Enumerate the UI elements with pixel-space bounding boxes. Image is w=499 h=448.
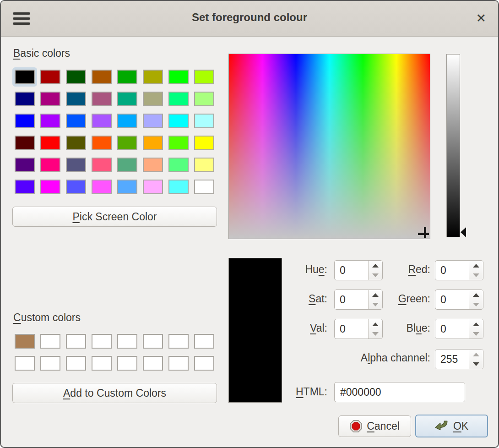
- custom-color-swatch[interactable]: [92, 356, 112, 371]
- custom-color-swatch[interactable]: [66, 356, 86, 371]
- cancel-button[interactable]: Cancel: [338, 415, 411, 437]
- custom-color-swatch[interactable]: [40, 356, 60, 371]
- custom-color-swatch[interactable]: [143, 356, 163, 371]
- basic-color-swatch[interactable]: [66, 158, 86, 172]
- custom-color-swatch[interactable]: [15, 356, 35, 371]
- basic-color-swatch[interactable]: [15, 114, 35, 128]
- alpha-decrement-button[interactable]: [469, 359, 483, 369]
- value-slider-arrow-icon[interactable]: [461, 227, 466, 237]
- custom-color-swatch[interactable]: [40, 334, 60, 349]
- basic-color-swatch[interactable]: [194, 180, 214, 194]
- hue-decrement-button[interactable]: [369, 270, 382, 280]
- basic-color-swatch[interactable]: [66, 136, 86, 150]
- basic-color-swatch[interactable]: [66, 180, 86, 194]
- basic-color-swatch[interactable]: [117, 180, 137, 194]
- basic-color-swatch[interactable]: [143, 114, 163, 128]
- sat-increment-button[interactable]: [369, 290, 382, 300]
- basic-color-swatch[interactable]: [15, 158, 35, 172]
- basic-color-swatch[interactable]: [194, 136, 214, 150]
- sat-spinbox[interactable]: 0: [334, 290, 383, 310]
- hue-value[interactable]: 0: [340, 264, 346, 277]
- blue-spinbox[interactable]: 0: [435, 319, 483, 339]
- custom-color-swatch[interactable]: [15, 334, 35, 349]
- basic-color-swatch[interactable]: [40, 158, 60, 172]
- green-decrement-button[interactable]: [469, 300, 483, 309]
- green-value[interactable]: 0: [440, 294, 446, 306]
- basic-color-swatch[interactable]: [40, 70, 60, 84]
- basic-color-swatch[interactable]: [168, 114, 189, 128]
- custom-color-swatch[interactable]: [168, 356, 189, 371]
- val-increment-button[interactable]: [369, 319, 382, 329]
- green-increment-button[interactable]: [469, 290, 483, 300]
- green-spinbox[interactable]: 0: [435, 290, 483, 310]
- basic-color-swatch[interactable]: [66, 114, 86, 128]
- value-slider[interactable]: [446, 54, 460, 237]
- basic-color-swatch[interactable]: [143, 136, 163, 150]
- custom-color-swatch[interactable]: [194, 334, 214, 349]
- html-hex-input[interactable]: #000000: [334, 382, 465, 402]
- red-decrement-button[interactable]: [469, 270, 483, 280]
- close-icon[interactable]: ✕: [476, 10, 486, 27]
- basic-color-swatch[interactable]: [92, 180, 112, 194]
- custom-color-swatch[interactable]: [168, 334, 189, 349]
- basic-color-swatch[interactable]: [117, 158, 137, 172]
- basic-color-swatch[interactable]: [143, 92, 163, 106]
- red-increment-button[interactable]: [469, 261, 483, 270]
- basic-color-swatch[interactable]: [117, 70, 137, 84]
- add-to-custom-colors-button[interactable]: Add to Custom Colors: [12, 383, 217, 403]
- alpha-spinbox[interactable]: 255: [435, 349, 483, 369]
- basic-color-swatch[interactable]: [40, 180, 60, 194]
- basic-color-swatch[interactable]: [143, 70, 163, 84]
- basic-color-swatch[interactable]: [92, 136, 112, 150]
- sat-value[interactable]: 0: [340, 294, 346, 306]
- basic-color-swatch[interactable]: [92, 158, 112, 172]
- hue-spinbox[interactable]: 0: [334, 260, 383, 280]
- basic-color-swatch[interactable]: [194, 158, 214, 172]
- basic-color-swatch[interactable]: [92, 70, 112, 84]
- blue-increment-button[interactable]: [469, 319, 483, 329]
- basic-color-swatch[interactable]: [40, 136, 60, 150]
- blue-value[interactable]: 0: [440, 323, 446, 335]
- basic-color-swatch[interactable]: [92, 92, 112, 106]
- basic-color-swatch[interactable]: [168, 136, 189, 150]
- blue-decrement-button[interactable]: [469, 329, 483, 339]
- basic-color-swatch[interactable]: [168, 70, 189, 84]
- basic-color-swatch[interactable]: [168, 92, 189, 106]
- val-decrement-button[interactable]: [369, 329, 382, 339]
- sat-decrement-button[interactable]: [369, 300, 382, 309]
- basic-color-swatch[interactable]: [194, 114, 214, 128]
- hue-increment-button[interactable]: [369, 261, 382, 270]
- basic-color-swatch[interactable]: [40, 92, 60, 106]
- basic-color-swatch[interactable]: [194, 92, 214, 106]
- basic-color-swatch[interactable]: [15, 180, 35, 194]
- basic-color-swatch[interactable]: [92, 114, 112, 128]
- custom-color-swatch[interactable]: [117, 356, 137, 371]
- basic-color-swatch[interactable]: [66, 92, 86, 106]
- basic-color-swatch[interactable]: [143, 158, 163, 172]
- custom-color-swatch[interactable]: [143, 334, 163, 349]
- custom-color-swatch[interactable]: [66, 334, 86, 349]
- basic-color-swatch[interactable]: [66, 70, 86, 84]
- alpha-increment-button[interactable]: [469, 350, 483, 359]
- alpha-value[interactable]: 255: [440, 353, 458, 366]
- ok-button[interactable]: OK: [415, 415, 488, 437]
- basic-color-swatch[interactable]: [40, 114, 60, 128]
- basic-color-swatch[interactable]: [117, 114, 137, 128]
- basic-color-swatch[interactable]: [117, 92, 137, 106]
- basic-color-swatch[interactable]: [15, 92, 35, 106]
- basic-color-swatch[interactable]: [15, 70, 35, 84]
- basic-color-swatch[interactable]: [168, 180, 189, 194]
- hue-saturation-gradient[interactable]: [228, 54, 430, 239]
- pick-screen-color-button[interactable]: Pick Screen Color: [12, 207, 217, 227]
- custom-color-swatch[interactable]: [194, 356, 214, 371]
- basic-color-swatch[interactable]: [168, 158, 189, 172]
- basic-color-swatch[interactable]: [15, 136, 35, 150]
- basic-color-swatch[interactable]: [117, 136, 137, 150]
- val-value[interactable]: 0: [340, 323, 346, 335]
- red-spinbox[interactable]: 0: [435, 260, 483, 280]
- custom-color-swatch[interactable]: [117, 334, 137, 349]
- val-spinbox[interactable]: 0: [334, 319, 383, 339]
- red-value[interactable]: 0: [440, 264, 446, 277]
- basic-color-swatch[interactable]: [143, 180, 163, 194]
- custom-color-swatch[interactable]: [92, 334, 112, 349]
